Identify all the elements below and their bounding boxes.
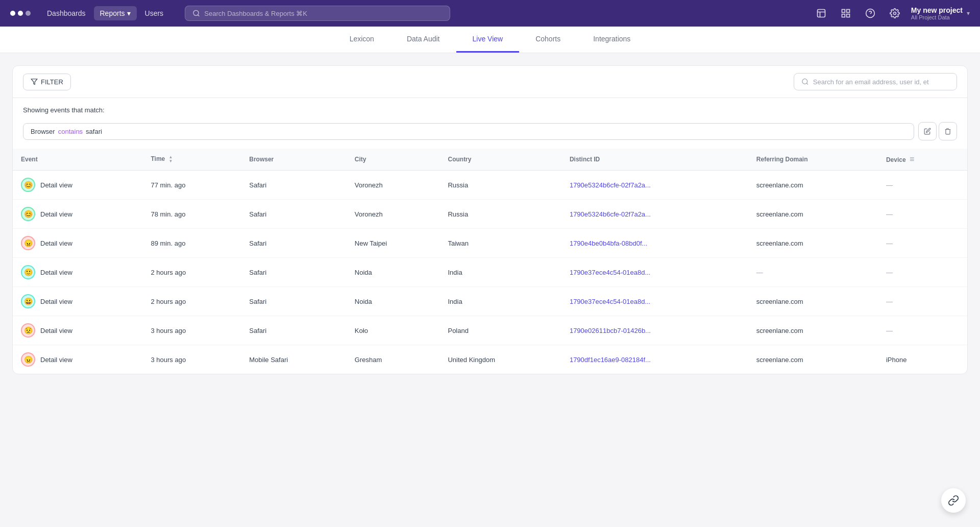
notification-icon[interactable]: [813, 5, 829, 21]
col-country: Country: [439, 149, 561, 171]
cell-referring-6: screenlane.com: [748, 345, 878, 374]
avatar-5: 😟: [21, 323, 35, 338]
cell-time-5: 3 hours ago: [142, 316, 241, 345]
cell-country-6: United Kingdom: [439, 345, 561, 374]
cell-city-3: Noida: [347, 258, 440, 287]
distinct-id-link-5[interactable]: 1790e02611bcb7-01426b...: [570, 327, 651, 334]
cell-time-3: 2 hours ago: [142, 258, 241, 287]
edit-icon: [924, 128, 931, 135]
cell-event-5: 😟 Detail view: [13, 316, 142, 345]
distinct-id-link-3[interactable]: 1790e37ece4c54-01ea8d...: [570, 269, 650, 276]
avatar-4: 😀: [21, 294, 35, 308]
col-distinct-id: Distinct ID: [561, 149, 748, 171]
cell-device-6: iPhone: [878, 345, 967, 374]
delete-filter-button[interactable]: [939, 122, 957, 140]
events-table: Event Time ▲▼ Browser City Country: [13, 149, 967, 374]
cell-browser-4: Safari: [241, 287, 347, 316]
tab-lexicon[interactable]: Lexicon: [333, 27, 390, 53]
help-icon[interactable]: [862, 5, 878, 21]
sub-nav: Lexicon Data Audit Live View Cohorts Int…: [0, 27, 980, 53]
cell-country-3: India: [439, 258, 561, 287]
table-row[interactable]: 😀 Detail view 2 hours ago Safari Noida I…: [13, 287, 967, 316]
project-selector[interactable]: My new project All Project Data ▾: [911, 6, 970, 20]
cell-device-1: —: [878, 200, 967, 229]
global-search-bar[interactable]: [185, 6, 450, 21]
svg-rect-1: [817, 10, 825, 17]
avatar-6: 😠: [21, 352, 35, 367]
avatar-0: 😊: [21, 178, 35, 192]
nav-reports[interactable]: Reports ▾: [94, 6, 137, 20]
cell-browser-1: Safari: [241, 200, 347, 229]
grid-icon[interactable]: [838, 5, 854, 21]
cell-country-1: Russia: [439, 200, 561, 229]
cell-city-6: Gresham: [347, 345, 440, 374]
cell-browser-3: Safari: [241, 258, 347, 287]
nav-dots: [10, 11, 31, 16]
avatar-2: 😠: [21, 236, 35, 250]
table-row[interactable]: 😠 Detail view 89 min. ago Safari New Tai…: [13, 229, 967, 258]
cell-device-4: —: [878, 287, 967, 316]
cell-event-3: 🙂 Detail view: [13, 258, 142, 287]
distinct-id-link-1[interactable]: 1790e5324b6cfe-02f7a2a...: [570, 210, 651, 218]
distinct-id-link-4[interactable]: 1790e37ece4c54-01ea8d...: [570, 298, 650, 305]
avatar-1: 😊: [21, 207, 35, 221]
user-search-bar[interactable]: [794, 73, 957, 90]
cell-distinct-id-6[interactable]: 1790df1ec16ae9-082184f...: [561, 345, 748, 374]
nav-users[interactable]: Users: [139, 6, 170, 20]
filter-button[interactable]: FILTER: [23, 74, 71, 90]
dot-2: [18, 11, 23, 16]
cell-browser-2: Safari: [241, 229, 347, 258]
avatar-3: 🙂: [21, 265, 35, 279]
cell-distinct-id-0[interactable]: 1790e5324b6cfe-02f7a2a...: [561, 171, 748, 200]
svg-rect-4: [847, 14, 850, 17]
nav-dashboards[interactable]: Dashboards: [41, 6, 92, 20]
col-city: City: [347, 149, 440, 171]
cell-device-3: —: [878, 258, 967, 287]
cell-distinct-id-2[interactable]: 1790e4be0b4bfa-08bd0f...: [561, 229, 748, 258]
cell-time-2: 89 min. ago: [142, 229, 241, 258]
cell-city-4: Noida: [347, 287, 440, 316]
table-row[interactable]: 🙂 Detail view 2 hours ago Safari Noida I…: [13, 258, 967, 287]
cell-referring-5: screenlane.com: [748, 316, 878, 345]
filter-bar: FILTER: [13, 66, 967, 98]
distinct-id-link-6[interactable]: 1790df1ec16ae9-082184f...: [570, 356, 651, 364]
copy-link-button[interactable]: [941, 488, 966, 513]
edit-filter-button[interactable]: [918, 122, 937, 140]
filter-actions: [918, 122, 957, 140]
event-name-4: Detail view: [40, 298, 72, 305]
filter-tag[interactable]: Browser contains safari: [23, 123, 914, 140]
cell-distinct-id-3[interactable]: 1790e37ece4c54-01ea8d...: [561, 258, 748, 287]
table-row[interactable]: 😊 Detail view 78 min. ago Safari Voronez…: [13, 200, 967, 229]
filter-val: safari: [86, 128, 102, 135]
col-time[interactable]: Time ▲▼: [142, 149, 241, 171]
col-browser: Browser: [241, 149, 347, 171]
tab-integrations[interactable]: Integrations: [577, 27, 647, 53]
user-search-input[interactable]: [813, 78, 949, 86]
tab-live-view[interactable]: Live View: [456, 27, 520, 53]
content-card: FILTER Showing events that match: Browse…: [12, 65, 968, 374]
cell-city-0: Voronezh: [347, 171, 440, 200]
event-name-0: Detail view: [40, 181, 72, 189]
event-name-3: Detail view: [40, 269, 72, 276]
col-event: Event: [13, 149, 142, 171]
cell-browser-0: Safari: [241, 171, 347, 200]
table-row[interactable]: 😠 Detail view 3 hours ago Mobile Safari …: [13, 345, 967, 374]
project-name: My new project: [911, 6, 963, 14]
cell-distinct-id-5[interactable]: 1790e02611bcb7-01426b...: [561, 316, 748, 345]
table-row[interactable]: 😟 Detail view 3 hours ago Safari Koło Po…: [13, 316, 967, 345]
cell-distinct-id-1[interactable]: 1790e5324b6cfe-02f7a2a...: [561, 200, 748, 229]
table-row[interactable]: 😊 Detail view 77 min. ago Safari Voronez…: [13, 171, 967, 200]
filter-icon: [31, 78, 38, 85]
tab-cohorts[interactable]: Cohorts: [519, 27, 577, 53]
cell-referring-1: screenlane.com: [748, 200, 878, 229]
settings-icon[interactable]: [887, 5, 903, 21]
cell-device-2: —: [878, 229, 967, 258]
column-filter-icon[interactable]: ≡: [908, 153, 916, 165]
tab-data-audit[interactable]: Data Audit: [390, 27, 456, 53]
global-search-input[interactable]: [204, 10, 443, 17]
distinct-id-link-2[interactable]: 1790e4be0b4bfa-08bd0f...: [570, 239, 648, 247]
event-name-2: Detail view: [40, 239, 72, 247]
cell-referring-3: —: [748, 258, 878, 287]
cell-distinct-id-4[interactable]: 1790e37ece4c54-01ea8d...: [561, 287, 748, 316]
distinct-id-link-0[interactable]: 1790e5324b6cfe-02f7a2a...: [570, 181, 651, 189]
